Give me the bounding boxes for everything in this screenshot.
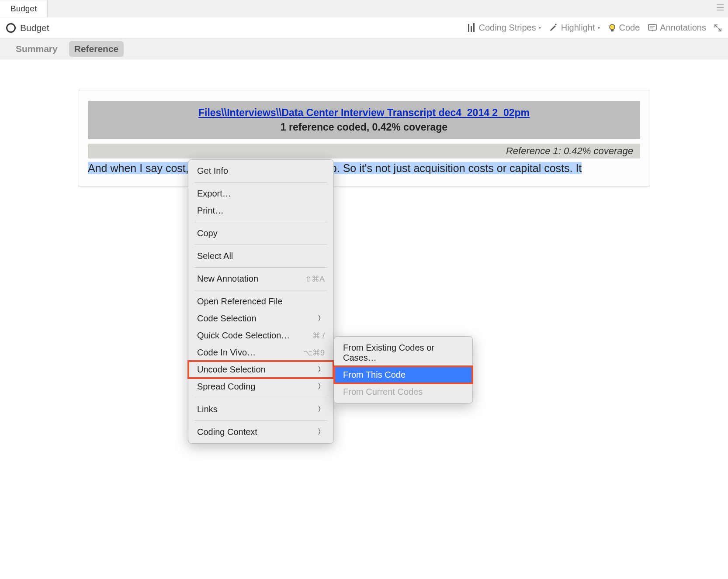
menu-spread-coding[interactable]: Spread Coding〉 — [188, 378, 333, 395]
uncode-submenu: From Existing Codes or Cases… From This … — [334, 336, 473, 403]
chevron-right-icon: 〉 — [318, 405, 325, 414]
svg-rect-4 — [611, 30, 614, 31]
coding-stripes-icon — [467, 23, 476, 33]
code-button[interactable]: Code — [608, 23, 640, 33]
submenu-from-current: From Current Codes — [334, 383, 472, 400]
document-icon — [6, 23, 16, 33]
selected-text[interactable]: And when I say cost, I mean total cost o… — [88, 162, 582, 174]
submenu-from-existing[interactable]: From Existing Codes or Cases… — [334, 339, 472, 366]
menu-code-selection[interactable]: Code Selection〉 — [188, 310, 333, 327]
reference-label: Reference 1: 0.42% coverage — [88, 144, 640, 159]
menu-get-info[interactable]: Get Info — [188, 162, 333, 179]
chevron-right-icon: 〉 — [318, 314, 325, 323]
coding-stripes-button[interactable]: Coding Stripes ▾ — [467, 23, 541, 33]
menu-coding-context[interactable]: Coding Context〉 — [188, 424, 333, 441]
file-link[interactable]: Files\\Interviews\\Data Center Interview… — [198, 107, 530, 118]
tab-summary[interactable]: Summary — [10, 41, 63, 57]
menu-quick-code[interactable]: Quick Code Selection…⌘ / — [188, 327, 333, 344]
menu-open-referenced[interactable]: Open Referenced File — [188, 293, 333, 310]
submenu-from-this-code[interactable]: From This Code — [334, 366, 472, 383]
menu-separator — [194, 245, 327, 245]
content-area: Files\\Interviews\\Data Center Interview… — [0, 59, 728, 579]
menu-links[interactable]: Links〉 — [188, 401, 333, 418]
document-toolbar: Budget Coding Stripes ▾ Highlight ▾ Code — [0, 17, 728, 38]
menu-separator — [194, 267, 327, 268]
expand-icon[interactable] — [714, 24, 722, 32]
menu-print[interactable]: Print… — [188, 202, 333, 219]
hamburger-icon[interactable] — [717, 4, 724, 10]
menu-copy[interactable]: Copy — [188, 225, 333, 242]
svg-rect-0 — [468, 24, 469, 32]
menu-new-annotation[interactable]: New Annotation⇧⌘A — [188, 270, 333, 287]
file-header: Files\\Interviews\\Data Center Interview… — [88, 101, 640, 139]
tab-reference[interactable]: Reference — [69, 41, 124, 57]
chevron-right-icon: 〉 — [318, 365, 325, 374]
reference-panel: Files\\Interviews\\Data Center Interview… — [79, 90, 649, 187]
menu-separator — [194, 398, 327, 398]
tab-budget[interactable]: Budget — [0, 0, 48, 17]
document-title: Budget — [20, 23, 49, 33]
menu-separator — [194, 182, 327, 183]
annotations-button[interactable]: Annotations — [648, 23, 706, 33]
tab-bar: Budget — [0, 0, 728, 17]
menu-select-all[interactable]: Select All — [188, 248, 333, 265]
menu-uncode-selection[interactable]: Uncode Selection〉 — [188, 361, 333, 378]
reference-excerpt[interactable]: And when I say cost, I mean total cost o… — [88, 161, 640, 176]
context-menu: Get Info Export… Print… Copy Select All … — [188, 159, 334, 444]
svg-rect-2 — [473, 23, 475, 32]
menu-separator — [194, 290, 327, 290]
svg-point-3 — [610, 24, 615, 30]
subtab-bar: Summary Reference — [0, 38, 728, 59]
menu-export[interactable]: Export… — [188, 185, 333, 202]
menu-separator — [194, 222, 327, 222]
svg-rect-5 — [648, 24, 656, 30]
menu-code-in-vivo[interactable]: Code In Vivo…⌥⌘9 — [188, 344, 333, 361]
coverage-summary: 1 reference coded, 0.42% coverage — [97, 121, 631, 133]
chevron-right-icon: 〉 — [318, 382, 325, 391]
annotation-icon — [648, 23, 657, 33]
highlight-button[interactable]: Highlight ▾ — [549, 23, 600, 33]
svg-rect-1 — [471, 26, 472, 32]
highlight-icon — [549, 23, 558, 33]
bulb-icon — [608, 24, 617, 32]
chevron-right-icon: 〉 — [318, 427, 325, 437]
menu-separator — [194, 420, 327, 421]
